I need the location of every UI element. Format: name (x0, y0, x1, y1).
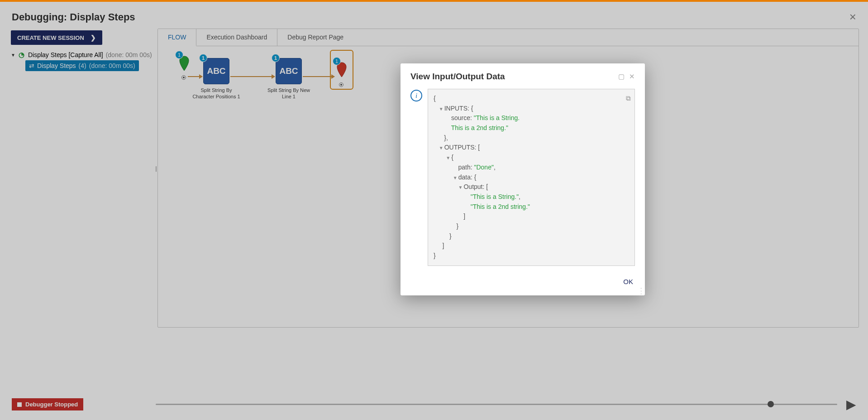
resize-handle-icon[interactable]: || (155, 165, 156, 172)
tree-root-status: (done: 00m 00s) (106, 51, 152, 58)
io-data-dialog: View Input/Output Data ▢ ✕ i ⧉ { ▼INPUTS… (401, 63, 645, 295)
tab-flow[interactable]: FLOW (158, 29, 196, 46)
node1-badge: 1 (199, 54, 207, 62)
json-viewer[interactable]: ⧉ { ▼INPUTS: { source: "This is a String… (428, 89, 635, 266)
maximize-icon[interactable]: ▢ (618, 72, 625, 81)
stop-icon (17, 402, 22, 407)
timeline-slider[interactable] (156, 404, 837, 405)
flow-end-node[interactable]: 1 (330, 50, 357, 90)
sidebar: CREATE NEW SESSION ❯ ▼ ◔ Display Steps [… (9, 29, 154, 328)
create-session-label: CREATE NEW SESSION (17, 34, 84, 41)
info-icon: i (410, 90, 422, 101)
start-badge: 1 (175, 51, 183, 59)
flow-node-split-newline[interactable]: 1 ABC Split String By New Line 1 (264, 58, 314, 100)
clock-icon: ◔ (18, 51, 25, 59)
ok-button[interactable]: OK (620, 276, 636, 287)
tree-root-row[interactable]: ▼ ◔ Display Steps [Capture All] (done: 0… (9, 49, 154, 60)
tree-child-count: (4) (79, 62, 86, 69)
node1-label: Split String By Character Positions 1 (191, 87, 241, 100)
abc-icon: ABC (207, 66, 225, 76)
debugger-status-badge: Debugger Stopped (12, 398, 83, 410)
tree-child-row[interactable]: ⇄ Display Steps (4) (done: 00m 00s) (25, 60, 139, 71)
flow-node-split-char[interactable]: 1 ABC Split String By Character Position… (191, 58, 241, 100)
dialog-close-icon[interactable]: ✕ (629, 72, 635, 81)
close-icon[interactable]: × (849, 10, 856, 24)
tree-root-label: Display Steps [Capture All] (28, 51, 103, 58)
node2-label: Split String By New Line 1 (264, 87, 314, 100)
dialog-title: View Input/Output Data (410, 72, 505, 82)
abc-icon: ABC (279, 66, 298, 76)
create-new-session-button[interactable]: CREATE NEW SESSION ❯ (11, 30, 102, 45)
tree-child-label: Display Steps (37, 62, 76, 69)
end-badge: 1 (333, 57, 341, 65)
slider-thumb[interactable] (768, 401, 774, 407)
flow-step-icon: ⇄ (29, 62, 34, 69)
play-icon[interactable]: ▶ (846, 397, 856, 412)
tab-execution-dashboard[interactable]: Execution Dashboard (196, 29, 277, 46)
tree-child-status: (done: 00m 00s) (89, 62, 135, 69)
debugger-status-text: Debugger Stopped (25, 401, 78, 408)
node2-badge: 1 (272, 54, 280, 62)
chevron-right-icon: ❯ (91, 34, 96, 41)
page-title: Debugging: Display Steps (12, 11, 135, 23)
tab-debug-report[interactable]: Debug Report Page (277, 29, 353, 46)
copy-icon[interactable]: ⧉ (626, 93, 631, 103)
expand-icon[interactable]: ▼ (11, 53, 15, 58)
